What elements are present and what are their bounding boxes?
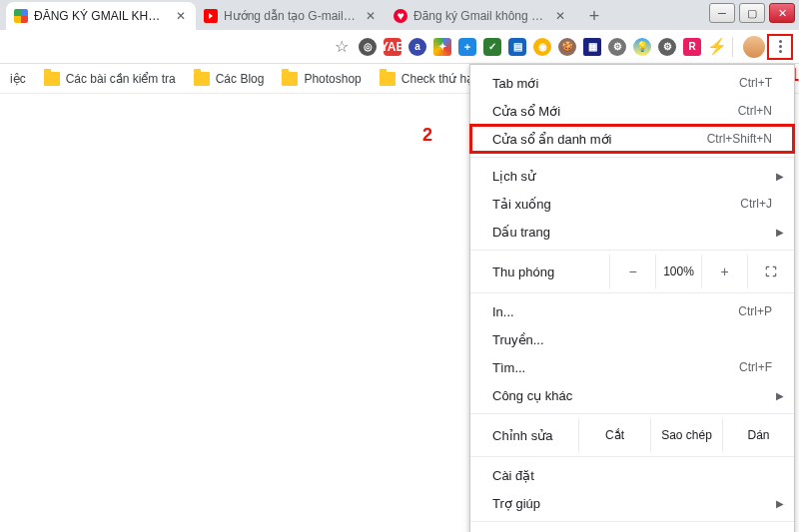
ext-icon-10[interactable]: ▦	[583, 38, 601, 56]
ext-icon-5[interactable]: ＋	[458, 38, 476, 56]
menu-edit-row: Chỉnh sửa Cắt Sao chép Dán	[470, 418, 794, 452]
ext-icon-15[interactable]: ⚡	[708, 38, 726, 56]
menu-separator	[470, 456, 794, 457]
menu-cast[interactable]: Truyền...	[470, 325, 794, 353]
menu-find[interactable]: Tìm...Ctrl+F	[470, 353, 794, 381]
menu-exit[interactable]: Thoát	[470, 526, 794, 532]
tabs-strip: ĐĂNG KÝ GMAIL KHÔNG C ✕ Hướng dẫn tạo G-…	[0, 0, 613, 30]
fullscreen-button[interactable]	[748, 255, 794, 288]
menu-separator	[470, 413, 794, 414]
new-tab-button[interactable]: +	[581, 3, 607, 29]
tab-1[interactable]: Hướng dẫn tạo G-mail kh ✕	[196, 2, 386, 30]
ext-icon-6[interactable]: ✓	[483, 38, 501, 56]
bookmark-folder-1[interactable]: Các bài cần kiểm tra	[44, 72, 176, 86]
ext-icon-13[interactable]: ⚙	[658, 38, 676, 56]
dots-vertical-icon	[779, 40, 782, 53]
ext-icon-1[interactable]: ◎	[359, 38, 377, 56]
zoom-in-button[interactable]: +	[702, 255, 748, 288]
bookmark-folder-2[interactable]: Các Blog	[194, 72, 265, 86]
chevron-right-icon: ▶	[776, 171, 784, 182]
minimize-button[interactable]: ─	[709, 3, 735, 23]
bookmark-label: Photoshop	[304, 72, 361, 86]
close-icon[interactable]: ✕	[553, 9, 567, 23]
ext-icon-14[interactable]: R	[683, 38, 701, 56]
youtube-favicon	[204, 9, 218, 23]
edit-cut-button[interactable]: Cắt	[578, 418, 650, 452]
maximize-button[interactable]: ▢	[739, 3, 765, 23]
ext-icon-2[interactable]: YAB	[384, 38, 401, 56]
chevron-right-icon: ▶	[776, 390, 784, 401]
extensions-row: ◎ YAB a ✦ ＋ ✓ ▤ ◉ 🍪 ▦ ⚙ 💡 ⚙ R ⚡	[359, 38, 726, 56]
annotation-2: 2	[422, 125, 432, 146]
close-icon[interactable]: ✕	[174, 9, 188, 23]
bookmark-star-icon[interactable]: ☆	[331, 36, 353, 58]
tab-2[interactable]: ♥ Đăng ký Gmail không cần ✕	[386, 2, 575, 30]
profile-avatar[interactable]	[743, 36, 765, 58]
folder-icon	[380, 72, 396, 86]
menu-separator	[470, 157, 794, 158]
folder-icon	[44, 72, 60, 86]
tab-title: Hướng dẫn tạo G-mail kh	[224, 9, 358, 23]
ext-icon-4[interactable]: ✦	[433, 38, 451, 56]
menu-zoom-row: Thu phóng − 100% +	[470, 255, 794, 288]
bookmark-label: Check thứ hạ	[401, 72, 473, 86]
chevron-right-icon: ▶	[776, 227, 784, 238]
titlebar: ĐĂNG KÝ GMAIL KHÔNG C ✕ Hướng dẫn tạo G-…	[0, 0, 799, 30]
ext-icon-7[interactable]: ▤	[508, 38, 526, 56]
window-controls: ─ ▢ ✕	[709, 3, 795, 23]
close-icon[interactable]: ✕	[364, 9, 378, 23]
edit-copy-button[interactable]: Sao chép	[650, 418, 722, 452]
bookmark-folder-4[interactable]: Check thứ hạ	[380, 72, 473, 86]
chrome-main-menu: Tab mớiCtrl+T Cửa sổ MớiCtrl+N Cửa sổ ẩn…	[469, 64, 795, 532]
toolbar: ☆ ◎ YAB a ✦ ＋ ✓ ▤ ◉ 🍪 ▦ ⚙ 💡 ⚙ R ⚡	[0, 30, 799, 64]
menu-new-tab[interactable]: Tab mớiCtrl+T	[470, 69, 794, 97]
menu-separator	[470, 292, 794, 293]
site-favicon: ♥	[394, 9, 407, 23]
menu-downloads[interactable]: Tải xuốngCtrl+J	[470, 190, 794, 218]
menu-settings[interactable]: Cài đặt	[470, 461, 794, 489]
tab-0[interactable]: ĐĂNG KÝ GMAIL KHÔNG C ✕	[6, 2, 196, 30]
menu-new-incognito[interactable]: Cửa sổ ẩn danh mớiCtrl+Shift+N	[470, 125, 794, 153]
menu-separator	[470, 521, 794, 522]
zoom-value: 100%	[656, 255, 702, 288]
zoom-out-button[interactable]: −	[610, 255, 656, 288]
menu-bookmarks[interactable]: Dấu trang▶	[470, 218, 794, 246]
ext-icon-9[interactable]: 🍪	[558, 38, 576, 56]
folder-icon	[282, 72, 298, 86]
bookmark-label: Các bài cần kiểm tra	[66, 72, 176, 86]
menu-history[interactable]: Lịch sử▶	[470, 162, 794, 190]
separator	[732, 37, 733, 57]
menu-new-window[interactable]: Cửa sổ MớiCtrl+N	[470, 97, 794, 125]
bookmark-label: Các Blog	[216, 72, 265, 86]
menu-more-tools[interactable]: Công cụ khác▶	[470, 381, 794, 409]
bookmark-folder-3[interactable]: Photoshop	[282, 72, 361, 86]
chrome-menu-button[interactable]	[767, 34, 793, 60]
tab-title: ĐĂNG KÝ GMAIL KHÔNG C	[34, 9, 168, 23]
tab-title: Đăng ký Gmail không cần	[413, 9, 547, 23]
chevron-right-icon: ▶	[776, 498, 784, 509]
menu-separator	[470, 250, 794, 251]
edit-paste-button[interactable]: Dán	[722, 418, 794, 452]
folder-icon	[194, 72, 210, 86]
menu-print[interactable]: In...Ctrl+P	[470, 297, 794, 325]
ext-icon-3[interactable]: a	[408, 38, 426, 56]
ext-icon-11[interactable]: ⚙	[608, 38, 626, 56]
bookmark-label: iệc	[10, 72, 26, 86]
google-favicon	[14, 9, 28, 23]
bookmark-folder-0[interactable]: iệc	[10, 72, 26, 86]
ext-icon-8[interactable]: ◉	[533, 38, 551, 56]
ext-icon-12[interactable]: 💡	[633, 38, 651, 56]
close-window-button[interactable]: ✕	[769, 3, 795, 23]
menu-help[interactable]: Trợ giúp▶	[470, 489, 794, 517]
